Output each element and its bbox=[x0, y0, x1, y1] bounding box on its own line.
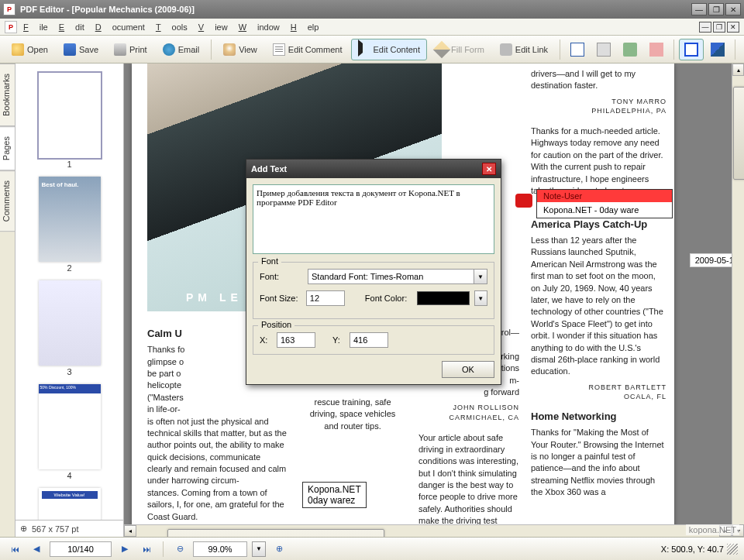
eraser-tool-button[interactable] bbox=[644, 39, 669, 60]
menu-view[interactable]: View bbox=[198, 22, 228, 32]
menu-bar: P File Edit Document Tools View Window H… bbox=[0, 19, 744, 36]
x-label: X: bbox=[260, 335, 272, 345]
mdi-restore[interactable]: ❐ bbox=[713, 22, 725, 33]
font-size-input[interactable] bbox=[306, 290, 345, 306]
menu-edit[interactable]: Edit bbox=[59, 22, 84, 32]
tab-comments[interactable]: Comments bbox=[0, 170, 15, 232]
text-input[interactable] bbox=[253, 184, 494, 254]
inserted-text-box[interactable]: Kopona.NET 0day warez bbox=[302, 482, 367, 508]
hscroll-thumb[interactable] bbox=[167, 529, 384, 537]
note-body: Kopona.NET - 0day ware bbox=[537, 202, 672, 218]
y-label: Y: bbox=[332, 335, 345, 345]
next-page-button[interactable]: ▶ bbox=[116, 541, 133, 557]
menu-window[interactable]: Window bbox=[239, 22, 280, 32]
edit-content-button[interactable]: Edit Content bbox=[351, 39, 428, 60]
title-bar: P PDF Editor - [Popular Mechanics (2009-… bbox=[0, 0, 744, 19]
cursor-icon bbox=[358, 43, 370, 56]
text-tool-button[interactable] bbox=[565, 39, 590, 60]
chevron-down-icon[interactable]: ▼ bbox=[474, 269, 487, 284]
image-icon bbox=[597, 43, 611, 57]
menu-file[interactable]: File bbox=[23, 22, 48, 32]
thumb-5[interactable] bbox=[39, 488, 101, 520]
pen-tool-button[interactable] bbox=[705, 39, 730, 60]
thumb-1[interactable] bbox=[39, 73, 101, 158]
view-button[interactable]: View bbox=[216, 39, 264, 60]
expand-icon[interactable]: ⊕ bbox=[20, 524, 27, 534]
menu-document[interactable]: Document bbox=[95, 22, 145, 32]
scroll-left-icon[interactable]: ◂ bbox=[124, 525, 136, 537]
zoom-indicator[interactable]: 99.0% bbox=[193, 541, 247, 557]
thumbnail-panel: 1 2 3 4 ⊕ 567 x 757 pt bbox=[16, 64, 124, 537]
window-title: PDF Editor - [Popular Mechanics (2009-06… bbox=[20, 5, 691, 14]
close-button[interactable]: ✕ bbox=[725, 3, 741, 15]
zoom-dropdown-icon[interactable]: ▼ bbox=[252, 541, 266, 557]
print-button[interactable]: Print bbox=[107, 39, 154, 60]
color-dropdown-icon[interactable]: ▼ bbox=[474, 290, 487, 306]
font-color-swatch[interactable] bbox=[417, 291, 469, 305]
pen-icon bbox=[711, 43, 725, 57]
column-2: rescue training, safe driving, space veh… bbox=[302, 397, 403, 432]
printer-icon bbox=[114, 43, 126, 56]
column-4: drivers—and I will get to my destination… bbox=[531, 68, 666, 499]
font-select[interactable]: ▼ bbox=[308, 269, 487, 284]
scroll-up-icon[interactable]: ▴ bbox=[732, 64, 744, 76]
fill-form-button[interactable]: Fill Form bbox=[429, 39, 491, 60]
prev-page-button[interactable]: ◀ bbox=[28, 541, 45, 557]
font-fieldset: Font Font: ▼ Font Size: Font Color: ▼ bbox=[253, 262, 494, 319]
edit-comment-button[interactable]: Edit Comment bbox=[266, 39, 350, 60]
watermark: kopona.NET bbox=[686, 524, 739, 535]
horizontal-scrollbar[interactable]: ◂ ▸ bbox=[124, 524, 732, 537]
font-size-label: Font Size: bbox=[260, 294, 301, 303]
hand-icon bbox=[223, 43, 236, 56]
text-tool-active-button[interactable] bbox=[679, 39, 704, 60]
tab-bookmarks[interactable]: Bookmarks bbox=[0, 64, 15, 126]
stamp-tool-button[interactable] bbox=[618, 39, 642, 60]
page-indicator[interactable]: 10/140 bbox=[50, 541, 112, 557]
x-input[interactable] bbox=[277, 332, 315, 348]
link-icon bbox=[500, 43, 512, 56]
side-tabs: Bookmarks Pages Comments bbox=[0, 64, 16, 537]
cursor-coords: X: 500.9, Y: 40.7 bbox=[661, 545, 724, 554]
thumbnail-list[interactable]: 1 2 3 4 bbox=[16, 64, 123, 520]
thumb-dim: 567 x 757 pt bbox=[32, 524, 79, 534]
font-color-label: Font Color: bbox=[365, 294, 412, 303]
scroll-thumb[interactable] bbox=[733, 87, 744, 180]
doc-icon: P bbox=[5, 21, 17, 33]
minimize-button[interactable]: — bbox=[691, 3, 707, 15]
note-header: Note-User bbox=[537, 190, 672, 202]
maximize-button[interactable]: ❐ bbox=[708, 3, 724, 15]
mdi-close[interactable]: ✕ bbox=[727, 22, 739, 33]
zoom-in-button[interactable]: ⊕ bbox=[270, 541, 288, 557]
note-icon bbox=[273, 43, 285, 56]
globe-icon bbox=[163, 43, 175, 56]
note-marker-icon[interactable] bbox=[515, 194, 532, 208]
first-page-button[interactable]: ⏮ bbox=[6, 541, 23, 557]
image-tool-button[interactable] bbox=[591, 39, 616, 60]
last-page-button[interactable]: ⏭ bbox=[138, 541, 155, 557]
thumb-status: ⊕ 567 x 757 pt bbox=[16, 520, 123, 537]
menu-tools[interactable]: Tools bbox=[156, 22, 188, 32]
vertical-scrollbar[interactable]: ▴ ▾ bbox=[732, 64, 744, 537]
thumb-2[interactable] bbox=[39, 177, 101, 262]
email-button[interactable]: Email bbox=[156, 39, 207, 60]
thumb-4[interactable] bbox=[39, 384, 101, 469]
add-text-dialog: Add Text ✕ Font Font: ▼ Font Size: Font … bbox=[246, 159, 501, 385]
dialog-titlebar[interactable]: Add Text ✕ bbox=[246, 160, 501, 178]
note-tooltip: Note-User Kopona.NET - 0day ware bbox=[536, 189, 673, 218]
thumb-3[interactable] bbox=[39, 280, 101, 366]
tab-pages[interactable]: Pages bbox=[0, 126, 15, 170]
zoom-out-button[interactable]: ⊖ bbox=[171, 541, 188, 557]
disk-icon bbox=[64, 43, 76, 56]
mdi-minimize[interactable]: — bbox=[699, 22, 711, 33]
edit-link-button[interactable]: Edit Link bbox=[493, 39, 555, 60]
save-button[interactable]: Save bbox=[57, 39, 105, 60]
eraser-icon bbox=[649, 43, 663, 57]
resize-grip-icon[interactable] bbox=[727, 544, 738, 555]
menu-help[interactable]: Help bbox=[291, 22, 319, 32]
open-button[interactable]: Open bbox=[5, 39, 55, 60]
font-value[interactable] bbox=[308, 269, 474, 284]
y-input[interactable] bbox=[350, 332, 388, 348]
ok-button[interactable]: OK bbox=[442, 361, 494, 378]
position-fieldset: Position X: Y: bbox=[253, 325, 494, 355]
dialog-close-button[interactable]: ✕ bbox=[482, 163, 496, 175]
